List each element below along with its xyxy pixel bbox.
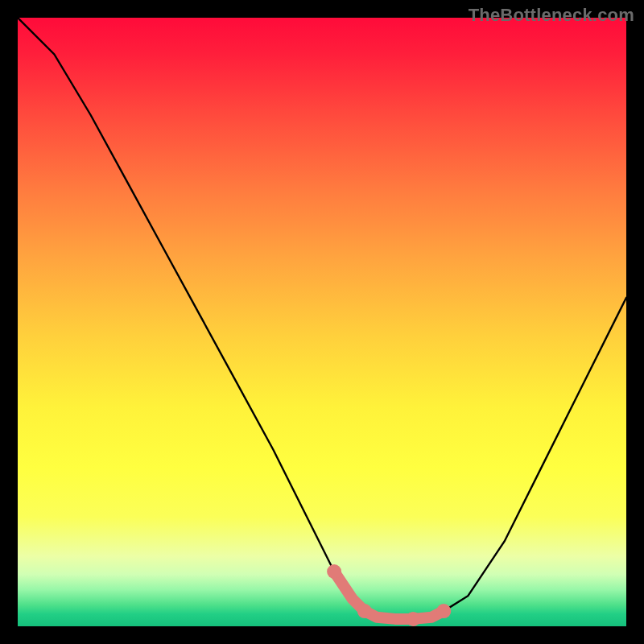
marker-region xyxy=(334,572,444,619)
marker-dot xyxy=(406,612,420,626)
marker-dot xyxy=(357,604,372,618)
bottleneck-curve xyxy=(18,18,626,619)
watermark-text: TheBottleneck.com xyxy=(469,5,634,26)
marker-dot xyxy=(327,564,341,579)
marker-dot xyxy=(436,604,451,618)
curve-overlay xyxy=(18,18,626,626)
chart-frame: TheBottleneck.com xyxy=(0,0,644,644)
plot-area xyxy=(18,18,626,626)
